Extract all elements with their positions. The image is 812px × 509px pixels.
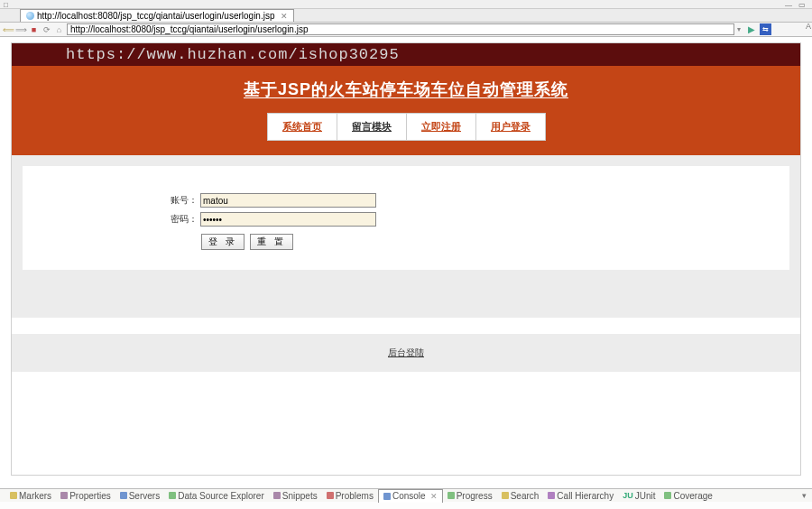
window-title-bar: □ — ▭ [0,0,812,9]
login-panel: 账号： 密码： 登 录 重 置 [23,166,789,270]
password-label: 密码： [167,213,198,226]
ide-views-bar: Markers Properties Servers Data Source E… [0,488,812,502]
window-left-icons: □ [4,1,8,9]
address-bar: ⟸ ⟹ ■ ⟳ ⌂ ▾ ▶ ⇆ [0,23,812,37]
tab-snippets[interactable]: Snippets [269,489,322,503]
dse-icon [169,492,176,499]
tab-problems[interactable]: Problems [322,489,378,503]
refresh-icon[interactable]: ⟳ [42,24,51,34]
url-dropdown-icon[interactable]: ▾ [737,25,741,33]
reset-button[interactable]: 重 置 [250,234,293,250]
call-hierarchy-icon [548,492,555,499]
browser-tab-bar: http://localhost:8080/jsp_tccg/qiantai/u… [0,9,812,23]
home-icon[interactable]: ⌂ [54,24,64,34]
toggle-icon[interactable]: ⇆ [760,23,771,35]
search-icon [502,492,509,499]
tab-progress[interactable]: Progress [443,489,497,503]
progress-icon [448,492,455,499]
servers-icon [120,492,127,499]
username-label: 账号： [167,194,198,207]
go-icon[interactable]: ▶ [745,23,757,35]
username-row: 账号： [167,193,789,208]
nav-messages[interactable]: 留言模块 [337,113,407,141]
banner: 基于JSP的火车站停车场车位自动管理系统 系统首页 留言模块 立即注册 用户登录 [12,66,800,155]
page-title: 基于JSP的火车站停车场车位自动管理系统 [12,79,800,100]
window-controls: — ▭ [782,1,808,8]
nav-row: 系统首页 留言模块 立即注册 用户登录 [12,113,800,141]
maximize-icon[interactable]: ▭ [796,1,808,8]
markers-icon [10,492,17,499]
panel-controls: ▾ [802,491,807,500]
forward-icon[interactable]: ⟹ [16,24,26,34]
tab-junit[interactable]: JUJUnit [618,489,660,503]
tab-title: http://localhost:8080/jsp_tccg/qiantai/u… [37,11,275,21]
tab-markers[interactable]: Markers [5,489,56,503]
browser-tab[interactable]: http://localhost:8080/jsp_tccg/qiantai/u… [20,9,294,22]
main-body: 账号： 密码： 登 录 重 置 [12,155,800,318]
tab-search[interactable]: Search [497,489,544,503]
problems-icon [327,492,334,499]
minimize-icon[interactable]: — [782,1,795,8]
tab-console[interactable]: Console✕ [378,489,443,503]
login-button[interactable]: 登 录 [201,234,245,250]
globe-icon [26,12,34,20]
properties-icon [60,492,68,499]
nav-register[interactable]: 立即注册 [406,113,476,141]
back-icon[interactable]: ⟸ [4,24,14,34]
url-input[interactable] [67,23,734,35]
console-icon [383,493,391,500]
password-input[interactable] [200,212,376,227]
console-close-icon[interactable]: ✕ [430,492,438,501]
tab-properties[interactable]: Properties [56,489,115,503]
right-indicator: A [806,22,811,31]
footer-admin-link[interactable]: 后台登陆 [12,334,800,372]
snippets-icon [273,492,281,499]
junit-icon: JU [623,491,633,500]
password-row: 密码： [167,212,789,227]
tab-call-hierarchy[interactable]: Call Hierarchy [543,489,618,503]
stop-icon[interactable]: ■ [29,24,39,34]
footer-gap [12,318,800,334]
tab-dse[interactable]: Data Source Explorer [164,489,269,503]
tab-coverage[interactable]: Coverage [660,489,716,503]
panel-menu-icon[interactable]: ▾ [802,491,807,500]
watermark-url: https://www.huzhan.com/ishop30295 [66,46,400,63]
nav-login[interactable]: 用户登录 [475,113,546,141]
button-row: 登 录 重 置 [201,234,789,250]
coverage-icon [664,492,671,499]
page-body: https://www.huzhan.com/ishop30295 基于JSP的… [11,42,801,476]
nav-home[interactable]: 系统首页 [267,113,337,141]
tab-servers[interactable]: Servers [115,489,164,503]
username-input[interactable] [200,193,376,208]
page-viewport: https://www.huzhan.com/ishop30295 基于JSP的… [0,37,812,486]
tab-close-icon[interactable]: ✕ [281,12,288,21]
site-header: https://www.huzhan.com/ishop30295 [12,43,800,66]
